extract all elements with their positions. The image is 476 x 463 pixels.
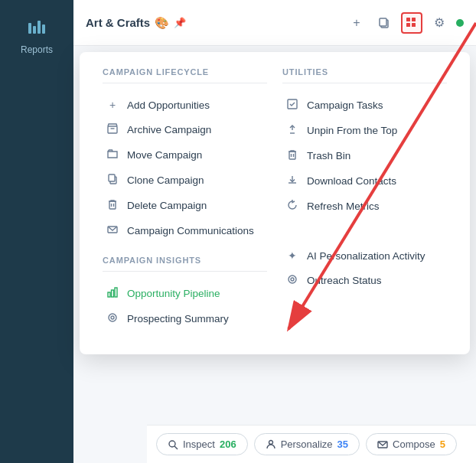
svg-rect-6 bbox=[406, 18, 410, 21]
compose-button[interactable]: Compose 5 bbox=[366, 433, 457, 455]
archive-campaign-label: Archive Campaign bbox=[127, 124, 211, 135]
trash-icon bbox=[285, 149, 299, 162]
campaign-communications-item[interactable]: Campaign Communications bbox=[103, 218, 267, 243]
campaign-title-text: Art & Crafts bbox=[86, 16, 150, 29]
svg-rect-23 bbox=[288, 99, 297, 109]
add-icon: + bbox=[106, 99, 119, 111]
ai-personalization-label: AI Personalization Activity bbox=[307, 250, 425, 262]
unpin-item[interactable]: Unpin From the Top bbox=[282, 118, 447, 143]
refresh-icon bbox=[285, 200, 299, 213]
svg-rect-13 bbox=[109, 174, 115, 181]
folder-icon bbox=[106, 148, 119, 161]
svg-rect-19 bbox=[112, 290, 114, 297]
outreach-status-label: Outreach Status bbox=[307, 275, 382, 286]
svg-point-21 bbox=[109, 314, 116, 321]
svg-rect-26 bbox=[289, 152, 295, 159]
inspect-count: 206 bbox=[220, 439, 236, 450]
personalize-label: Personalize bbox=[281, 439, 333, 450]
unpin-label: Unpin From the Top bbox=[307, 125, 397, 136]
opportunity-pipeline-item[interactable]: Opportunity Pipeline bbox=[103, 281, 267, 306]
svg-rect-7 bbox=[412, 18, 416, 21]
inspect-button[interactable]: Inspect 206 bbox=[156, 433, 248, 455]
svg-rect-3 bbox=[42, 24, 45, 34]
grid-button[interactable] bbox=[401, 12, 422, 34]
refresh-metrics-item[interactable]: Refresh Metrics bbox=[282, 194, 447, 219]
tasks-icon bbox=[285, 99, 299, 112]
compose-icon bbox=[377, 439, 388, 450]
svg-rect-2 bbox=[37, 21, 41, 34]
trash-bin-item[interactable]: Trash Bin bbox=[282, 143, 447, 168]
main-content: Art & Crafts 🎨 📌 + ⚙ bbox=[73, 0, 476, 463]
settings-button[interactable]: ⚙ bbox=[429, 12, 450, 34]
svg-rect-20 bbox=[115, 288, 117, 297]
prospecting-summary-item[interactable]: Prospecting Summary bbox=[103, 306, 267, 331]
clone-campaign-item[interactable]: Clone Campaign bbox=[103, 168, 267, 193]
reports-icon bbox=[23, 14, 51, 41]
svg-point-33 bbox=[169, 441, 175, 447]
lifecycle-section-title: CAMPAIGN LIFECYCLE bbox=[103, 67, 267, 83]
svg-line-34 bbox=[174, 446, 178, 449]
sidebar-reports-label: Reports bbox=[21, 44, 53, 55]
campaign-emoji: 🎨 bbox=[155, 16, 169, 30]
sidebar-item-reports[interactable]: Reports bbox=[13, 6, 60, 63]
clone-icon bbox=[106, 174, 119, 187]
utilities-section: UTILITIES Campaign Tasks bbox=[275, 67, 455, 339]
personalize-button[interactable]: Personalize 35 bbox=[254, 433, 360, 455]
trash-bin-label: Trash Bin bbox=[307, 150, 350, 161]
insights-section-title: CAMPAIGN INSIGHTS bbox=[103, 256, 267, 272]
svg-rect-5 bbox=[380, 18, 386, 26]
topbar-actions: + ⚙ bbox=[346, 12, 464, 34]
svg-point-29 bbox=[289, 276, 296, 283]
ai-icon: ✦ bbox=[285, 249, 299, 262]
inspect-label: Inspect bbox=[183, 439, 215, 450]
download-contacts-label: Download Contacts bbox=[307, 175, 396, 187]
svg-point-22 bbox=[111, 316, 114, 319]
add-opportunities-label: Add Opportunities bbox=[127, 99, 210, 111]
clone-campaign-label: Clone Campaign bbox=[127, 174, 204, 186]
svg-rect-8 bbox=[406, 23, 410, 27]
campaign-title: Art & Crafts 🎨 📌 bbox=[86, 16, 340, 30]
outreach-status-item[interactable]: Outreach Status bbox=[282, 268, 447, 293]
unpin-icon bbox=[285, 124, 299, 137]
delete-icon bbox=[106, 199, 119, 212]
refresh-metrics-label: Refresh Metrics bbox=[307, 201, 380, 212]
archive-icon bbox=[106, 123, 119, 136]
lifecycle-section: CAMPAIGN LIFECYCLE + Add Opportunities A… bbox=[95, 67, 275, 339]
pipeline-icon bbox=[106, 287, 119, 300]
delete-campaign-item[interactable]: Delete Campaign bbox=[103, 193, 267, 218]
svg-rect-10 bbox=[108, 126, 117, 133]
add-button[interactable]: + bbox=[346, 12, 367, 34]
dropdown-menu: CAMPAIGN LIFECYCLE + Add Opportunities A… bbox=[80, 52, 470, 354]
svg-rect-0 bbox=[28, 23, 31, 34]
pin-icon: 📌 bbox=[174, 17, 186, 28]
add-opportunities-item[interactable]: + Add Opportunities bbox=[103, 93, 267, 117]
svg-rect-18 bbox=[108, 292, 110, 297]
topbar: Art & Crafts 🎨 📌 + ⚙ bbox=[73, 0, 476, 46]
outreach-icon bbox=[285, 274, 299, 287]
svg-rect-9 bbox=[412, 23, 416, 27]
delete-campaign-label: Delete Campaign bbox=[127, 200, 207, 211]
svg-point-30 bbox=[291, 278, 294, 281]
sidebar: Reports bbox=[0, 0, 73, 463]
bottombar: Inspect 206 Personalize 35 Compose 5 bbox=[147, 425, 476, 463]
email-icon bbox=[106, 224, 119, 237]
svg-point-35 bbox=[269, 440, 272, 444]
prospecting-icon bbox=[106, 312, 119, 325]
copy-button[interactable] bbox=[373, 12, 395, 34]
compose-count: 5 bbox=[440, 439, 445, 450]
inspect-icon bbox=[168, 439, 178, 450]
archive-campaign-item[interactable]: Archive Campaign bbox=[103, 117, 267, 142]
status-dot bbox=[456, 19, 464, 27]
campaign-tasks-item[interactable]: Campaign Tasks bbox=[282, 93, 447, 118]
campaign-tasks-label: Campaign Tasks bbox=[307, 99, 383, 111]
opportunity-pipeline-label: Opportunity Pipeline bbox=[127, 288, 220, 299]
prospecting-summary-label: Prospecting Summary bbox=[127, 313, 229, 324]
move-campaign-item[interactable]: Move Campaign bbox=[103, 142, 267, 168]
personalize-icon bbox=[266, 439, 276, 450]
download-icon bbox=[285, 174, 299, 187]
compose-label: Compose bbox=[393, 439, 435, 450]
download-contacts-item[interactable]: Download Contacts bbox=[282, 168, 447, 194]
ai-personalization-item[interactable]: ✦ AI Personalization Activity bbox=[282, 243, 447, 268]
personalize-count: 35 bbox=[337, 439, 348, 450]
svg-rect-1 bbox=[33, 26, 36, 34]
